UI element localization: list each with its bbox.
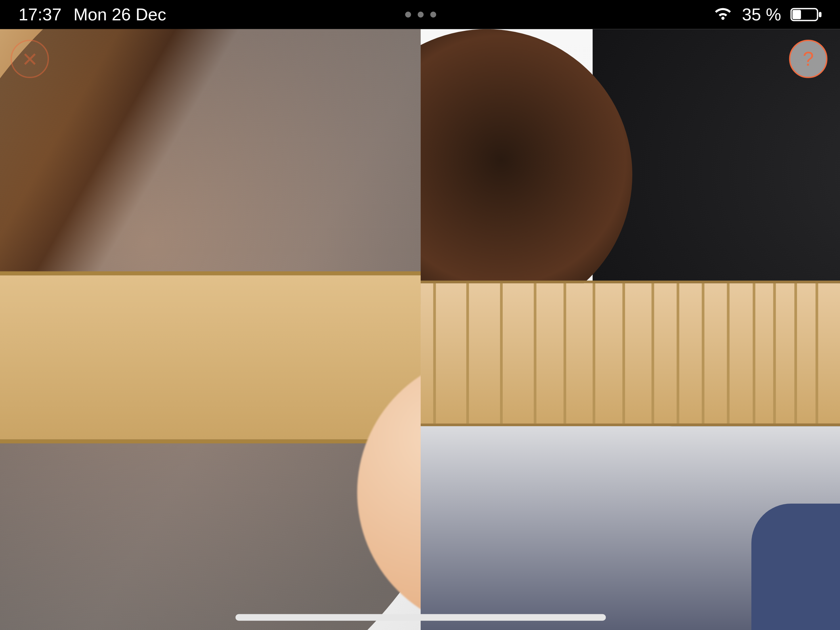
ipad-status-bar: 17:37 Mon 26 Dec 35 %: [0, 0, 840, 29]
wifi-icon: [713, 7, 733, 22]
multitask-dots[interactable]: [405, 11, 436, 17]
svg-rect-1: [793, 10, 801, 19]
svg-rect-2: [819, 12, 821, 17]
close-button[interactable]: ✕: [11, 40, 49, 78]
lesson-video-area[interactable]: ✕ ?: [0, 29, 840, 630]
status-date: Mon 26 Dec: [74, 4, 166, 25]
video-angle-fretting-hand: [420, 29, 840, 630]
help-button[interactable]: ?: [789, 40, 827, 78]
home-indicator[interactable]: [235, 614, 606, 621]
video-angle-picking-hand: [0, 29, 420, 630]
status-time: 17:37: [18, 4, 62, 25]
battery-percent: 35 %: [742, 4, 781, 25]
battery-icon: [791, 7, 822, 22]
